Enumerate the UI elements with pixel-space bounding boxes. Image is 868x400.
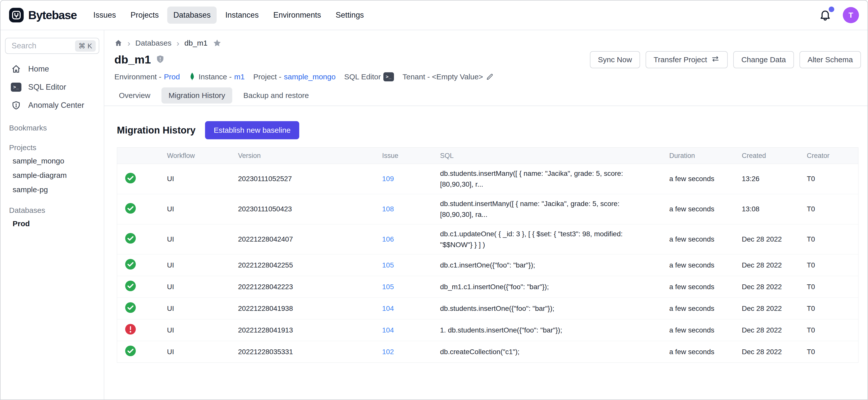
issue-link[interactable]: 102 — [382, 348, 394, 356]
breadcrumb: › Databases › db_m1 — [114, 38, 868, 48]
breadcrumb-home-icon[interactable] — [114, 39, 122, 47]
workflow-cell: UI — [167, 298, 238, 319]
success-check-icon — [125, 345, 136, 357]
breadcrumb-databases[interactable]: Databases — [135, 39, 171, 48]
created-cell: Dec 28 2022 — [742, 276, 807, 298]
user-avatar[interactable]: T — [843, 7, 859, 23]
establish-new-baseline-button[interactable]: Establish new baseline — [205, 121, 299, 139]
issue-link[interactable]: 105 — [382, 283, 394, 291]
table-row: UI20230111052527109db.students.insertMan… — [117, 164, 858, 194]
version-cell: 20221228035331 — [238, 341, 382, 363]
project-meta: Project - sample_mongo — [253, 72, 336, 81]
brand[interactable]: Bytebase — [9, 8, 77, 23]
sql-statement: db.students.insertMany([ { name: "Jacika… — [440, 168, 657, 190]
sync-now-button[interactable]: Sync Now — [590, 51, 640, 68]
tab-migration-history[interactable]: Migration History — [161, 87, 232, 103]
brand-name: Bytebase — [28, 8, 77, 22]
mongodb-leaf-icon — [188, 72, 196, 81]
nav-item-environments[interactable]: Environments — [267, 6, 327, 24]
instance-link[interactable]: m1 — [234, 72, 245, 81]
shield-alert-icon — [10, 100, 22, 110]
creator-cell: T0 — [807, 276, 858, 298]
transfer-project-label: Transfer Project — [654, 55, 707, 64]
sidebar-item-home[interactable]: Home — [0, 60, 104, 78]
workflow-cell: UI — [167, 319, 238, 341]
issue-link[interactable]: 106 — [382, 235, 394, 243]
table-row: UI20221228042223105db_m1.c1.insertOne({"… — [117, 276, 858, 298]
version-cell: 20230111050423 — [238, 194, 382, 224]
tab-backup-and-restore[interactable]: Backup and restore — [236, 87, 316, 103]
duration-cell: a few seconds — [669, 254, 742, 276]
edit-pencil-icon[interactable] — [486, 73, 494, 81]
nav-item-issues[interactable]: Issues — [87, 6, 122, 24]
table-row: UI202212280419131041. db.students.insert… — [117, 319, 858, 341]
nav-item-instances[interactable]: Instances — [219, 6, 265, 24]
created-cell: Dec 28 2022 — [742, 254, 807, 276]
sql-statement: db.createCollection("c1"); — [440, 346, 657, 357]
duration-cell: a few seconds — [669, 276, 742, 298]
sidebar-database-prod[interactable]: Prod — [0, 216, 104, 231]
tenant-label: Tenant - <Empty Value> — [403, 72, 483, 81]
nav-item-projects[interactable]: Projects — [124, 6, 165, 24]
project-label: Project - — [253, 72, 282, 81]
created-cell: Dec 28 2022 — [742, 319, 807, 341]
table-row: UI20221228035331102db.createCollection("… — [117, 341, 858, 363]
column-created: Created — [742, 148, 807, 164]
search-box[interactable]: ⌘ K — [5, 38, 99, 54]
creator-cell: T0 — [807, 164, 858, 194]
error-exclamation-icon — [125, 324, 136, 335]
home-icon — [10, 64, 22, 74]
issue-link[interactable]: 108 — [382, 205, 394, 213]
sidebar-section-databases: Databases — [0, 204, 104, 216]
change-data-button[interactable]: Change Data — [733, 51, 794, 68]
issue-link[interactable]: 104 — [382, 305, 394, 312]
project-link[interactable]: sample_mongo — [284, 72, 336, 81]
sidebar: ⌘ K Home >_ SQL Editor Anomaly — [0, 30, 104, 400]
sql-editor-meta[interactable]: SQL Editor >_ — [344, 72, 394, 81]
search-shortcut-badge: ⌘ K — [75, 40, 96, 52]
version-cell: 20221228042255 — [238, 254, 382, 276]
migration-table-body: UI20230111052527109db.students.insertMan… — [117, 164, 858, 363]
notification-bell-icon[interactable] — [818, 8, 832, 22]
sql-statement: db.student.insertMany([ { name: "Jacika"… — [440, 198, 657, 220]
sidebar-project-sample-pg[interactable]: sample-pg — [0, 182, 104, 197]
top-navigation: Bytebase Issues Projects Databases Insta… — [0, 0, 868, 30]
transfer-project-button[interactable]: Transfer Project — [646, 51, 728, 68]
creator-cell: T0 — [807, 341, 858, 363]
issue-link[interactable]: 105 — [382, 261, 394, 269]
search-input[interactable] — [11, 41, 75, 51]
sidebar-item-anomaly-center[interactable]: Anomaly Center — [0, 96, 104, 114]
main-content: › Databases › db_m1 db_m1 Sync Now — [104, 30, 868, 400]
created-cell: 13:08 — [742, 194, 807, 224]
alter-schema-button[interactable]: Alter Schema — [800, 51, 861, 68]
instance-meta: Instance - m1 — [188, 72, 245, 81]
table-row: UI20221228041938104db.students.insertOne… — [117, 298, 858, 319]
column-issue: Issue — [382, 148, 440, 164]
main-nav: Issues Projects Databases Instances Envi… — [87, 6, 370, 24]
sidebar-project-sample-diagram[interactable]: sample-diagram — [0, 168, 104, 182]
sidebar-section-bookmarks: Bookmarks — [0, 122, 104, 134]
table-header-row: Workflow Version Issue SQL Duration Crea… — [117, 148, 858, 164]
success-check-icon — [125, 233, 136, 244]
database-meta-row: Environment - Prod Instance - m1 Project… — [114, 72, 868, 81]
issue-link[interactable]: 109 — [382, 175, 394, 183]
nav-item-databases[interactable]: Databases — [167, 6, 217, 24]
sql-statement: db_m1.c1.insertOne({"foo": "bar"}); — [440, 281, 657, 292]
sidebar-item-sql-editor[interactable]: >_ SQL Editor — [0, 78, 104, 96]
tab-overview[interactable]: Overview — [112, 87, 157, 103]
tenant-meta: Tenant - <Empty Value> — [403, 72, 494, 81]
sidebar-project-sample-mongo[interactable]: sample_mongo — [0, 154, 104, 168]
created-cell: Dec 28 2022 — [742, 341, 807, 363]
transfer-arrows-icon — [711, 55, 720, 65]
creator-cell: T0 — [807, 254, 858, 276]
tab-divider — [104, 105, 868, 106]
title-row: db_m1 Sync Now Transfer Project Change D… — [114, 51, 861, 68]
bookmark-star-icon[interactable] — [213, 38, 222, 48]
issue-link[interactable]: 104 — [382, 326, 394, 334]
nav-item-settings[interactable]: Settings — [330, 6, 370, 24]
table-row: UI20221228042255105db.c1.insertOne({"foo… — [117, 254, 858, 276]
success-check-icon — [125, 172, 136, 184]
column-creator: Creator — [807, 148, 858, 164]
success-check-icon — [125, 203, 136, 214]
environment-link[interactable]: Prod — [164, 72, 180, 81]
